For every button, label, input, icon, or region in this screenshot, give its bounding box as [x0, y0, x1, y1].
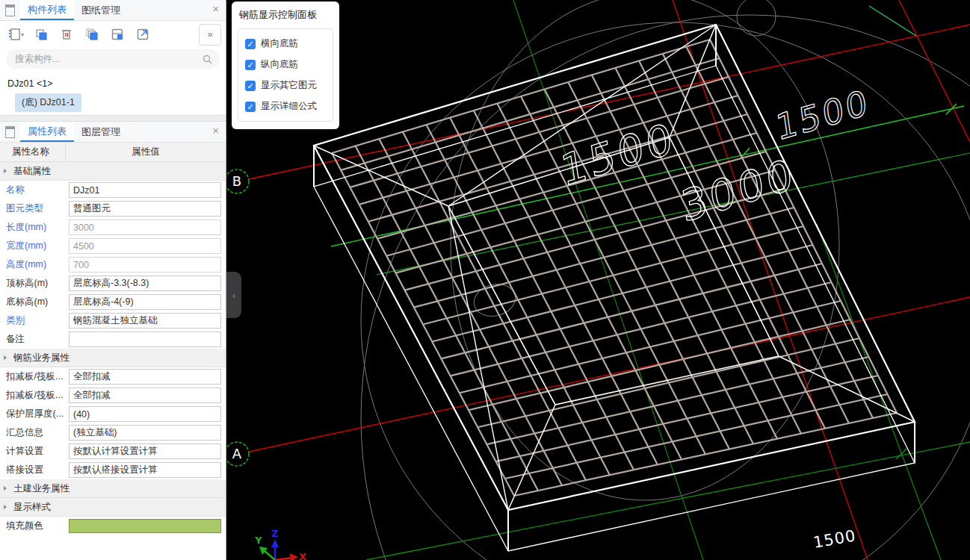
property-row: 高度(mm)	[0, 255, 226, 274]
property-row: 搭接设置	[0, 461, 226, 479]
property-label: 底标高(m)	[0, 296, 69, 308]
checkbox-checked-icon[interactable]: ✓	[245, 81, 256, 91]
search-icon	[203, 55, 212, 64]
property-value-input[interactable]	[69, 332, 221, 347]
tab-property-list[interactable]: 属性列表	[20, 122, 74, 142]
rebar-option[interactable]: ✓横向底筋	[245, 37, 326, 50]
export-component-icon	[135, 27, 150, 42]
tree-item-djz01-1-selected[interactable]: (底) DJz01-1	[15, 93, 81, 112]
left-sidebar: 构件列表 图纸管理 × ▾	[0, 0, 226, 560]
property-label: 高度(mm)	[0, 258, 69, 271]
delete-component-button[interactable]	[55, 25, 78, 45]
section-caret-icon	[4, 169, 7, 173]
property-value-input[interactable]	[69, 182, 221, 198]
checkbox-checked-icon[interactable]: ✓	[245, 39, 256, 49]
property-section[interactable]: 显示样式	[0, 498, 226, 517]
toolbar-more-button[interactable]: »	[199, 24, 221, 46]
property-label: 扣减板/筏板...	[0, 370, 69, 383]
copy-multiple-button[interactable]	[81, 25, 103, 45]
checkbox-checked-icon[interactable]: ✓	[245, 102, 256, 112]
dimension-1500-top-right: 1500	[773, 81, 872, 148]
property-value-input[interactable]	[69, 238, 221, 254]
save-component-icon	[110, 27, 125, 42]
property-section[interactable]: 土建业务属性	[0, 479, 226, 498]
property-label: 保护层厚度(...	[0, 408, 69, 420]
property-value-input[interactable]	[69, 425, 221, 441]
property-label: 图元类型	[0, 202, 69, 215]
property-row: 图元类型	[0, 199, 226, 218]
component-list-panel: 构件列表 图纸管理 × ▾	[0, 0, 226, 115]
rebar-option[interactable]: ✓显示其它图元	[245, 79, 326, 92]
component-search	[6, 49, 220, 69]
sidebar-collapse-handle[interactable]: ‹	[226, 272, 241, 318]
axis-bubble-b: B	[232, 173, 241, 189]
property-row: 名称	[0, 181, 226, 199]
rebar-option-label: 纵向底筋	[261, 58, 298, 71]
property-rows: 基础属性名称图元类型长度(mm)宽度(mm)高度(mm)顶标高(m)底标高(m)…	[0, 162, 226, 560]
property-row: 顶标高(m)	[0, 274, 226, 293]
property-label: 长度(mm)	[0, 221, 69, 234]
property-label: 填充颜色	[0, 520, 69, 532]
rebar-option-label: 显示详细公式	[261, 100, 317, 113]
model-viewport[interactable]: 1500 3000 1500 1500 B A Z Y	[226, 0, 970, 560]
property-section[interactable]: 基础属性	[0, 162, 226, 181]
property-value-input[interactable]	[69, 257, 221, 273]
close-icon[interactable]: ×	[212, 125, 219, 136]
properties-panel: 属性列表 图层管理 × 属性名称 属性值 基础属性名称图元类型长度(mm)宽度(…	[0, 122, 226, 560]
tab-layer-manage[interactable]: 图层管理	[74, 122, 128, 142]
property-value-input[interactable]	[69, 313, 221, 329]
section-caret-icon	[4, 486, 7, 491]
tab-component-list[interactable]: 构件列表	[20, 0, 74, 20]
property-value-input[interactable]	[69, 201, 221, 217]
section-label: 显示样式	[13, 501, 51, 514]
rebar-option[interactable]: ✓纵向底筋	[245, 58, 326, 71]
application-window: 构件列表 图纸管理 × ▾	[0, 0, 970, 560]
property-value-input[interactable]	[69, 462, 221, 478]
property-label: 备注	[0, 333, 69, 346]
copy-component-button[interactable]	[30, 25, 52, 45]
property-row: 扣减板/筏板...	[0, 386, 226, 405]
rebar-display-control-panel: 钢筋显示控制面板 ✓横向底筋✓纵向底筋✓显示其它图元✓显示详细公式	[232, 1, 339, 129]
rebar-option-label: 显示其它图元	[261, 79, 317, 92]
new-component-button[interactable]: ▾	[4, 25, 27, 45]
copy-component-icon	[34, 27, 49, 42]
properties-tabbar: 属性列表 图层管理 ×	[0, 122, 226, 143]
property-value-input[interactable]	[69, 220, 221, 235]
property-section[interactable]: 钢筋业务属性	[0, 349, 226, 367]
property-value-input[interactable]	[69, 369, 221, 385]
component-toolbar: ▾	[0, 21, 226, 48]
checkbox-checked-icon[interactable]: ✓	[245, 60, 256, 70]
property-value-input[interactable]	[69, 294, 221, 310]
property-value-input[interactable]	[69, 276, 221, 291]
gizmo-z-label: Z	[271, 528, 278, 539]
panel-dock-icon	[5, 126, 15, 138]
property-row: 备注	[0, 330, 226, 349]
panel-dock-icon	[5, 4, 15, 16]
property-value-input[interactable]	[69, 444, 221, 459]
property-row: 类别	[0, 311, 226, 330]
save-component-button[interactable]	[106, 25, 129, 45]
tab-drawing-manage[interactable]: 图纸管理	[74, 0, 128, 20]
property-value-input[interactable]	[69, 406, 221, 422]
fill-color-swatch[interactable]	[69, 519, 221, 533]
properties-header-row: 属性名称 属性值	[0, 143, 226, 162]
rebar-option[interactable]: ✓显示详细公式	[245, 100, 326, 113]
property-row: 计算设置	[0, 442, 226, 461]
panel-divider	[0, 115, 226, 122]
export-component-button[interactable]	[132, 25, 154, 45]
axis-bubble-a: A	[232, 446, 242, 461]
search-input[interactable]	[13, 53, 203, 65]
property-value-input[interactable]	[69, 388, 221, 403]
section-caret-icon	[4, 355, 7, 360]
orientation-gizmo: Z Y X	[254, 528, 306, 560]
property-row: 底标高(m)	[0, 293, 226, 311]
tree-group-djz01[interactable]: DJz01 <1>	[6, 76, 220, 93]
component-tabbar: 构件列表 图纸管理 ×	[0, 0, 226, 21]
gizmo-x-label: X	[299, 551, 306, 560]
close-icon[interactable]: ×	[212, 3, 219, 14]
property-row: 填充颜色	[0, 517, 226, 535]
rebar-options-list: ✓横向底筋✓纵向底筋✓显示其它图元✓显示详细公式	[238, 28, 333, 122]
delete-component-icon	[59, 27, 74, 42]
rebar-panel-title: 钢筋显示控制面板	[238, 8, 333, 22]
dimension-3000: 3000	[678, 149, 799, 231]
